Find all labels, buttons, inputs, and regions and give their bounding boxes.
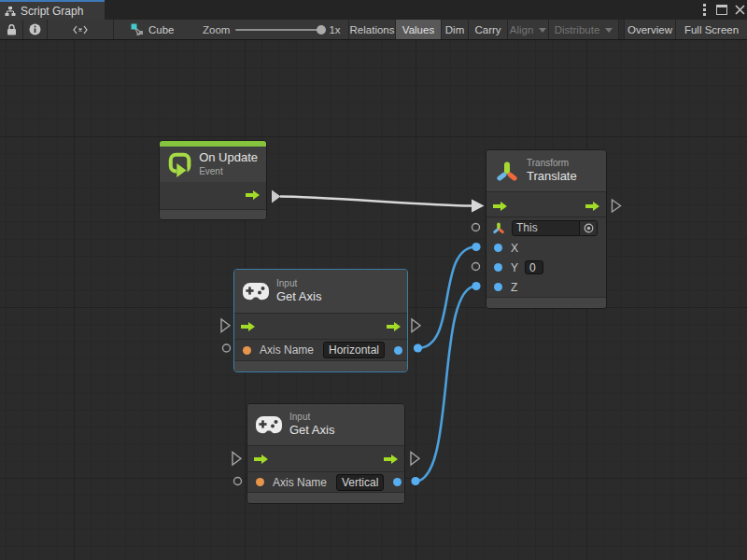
carry-button[interactable]: Carry xyxy=(469,20,507,39)
distribute-dropdown[interactable]: Distribute xyxy=(549,20,618,39)
port-getaxis-v-flow-in[interactable] xyxy=(233,453,241,466)
maximize-icon[interactable] xyxy=(715,4,728,17)
wire-value-getaxis-horizontal-x[interactable] xyxy=(418,247,477,349)
script-machine-icon xyxy=(131,23,144,35)
this-row: This xyxy=(486,217,606,238)
code-preview-button[interactable] xyxy=(48,20,113,39)
port-translate-this[interactable] xyxy=(472,224,480,231)
relations-button[interactable]: Relations xyxy=(349,20,395,39)
gamepad-icon xyxy=(243,283,269,301)
y-label: Y xyxy=(511,261,518,274)
port-onupdate-flow-out[interactable] xyxy=(272,190,281,203)
port-getaxis-h-flow-in[interactable] xyxy=(221,319,230,332)
node-footer xyxy=(247,492,404,503)
kebab-menu-icon[interactable] xyxy=(698,4,711,17)
port-translate-flow-out[interactable] xyxy=(613,200,621,212)
z-input-dot[interactable] xyxy=(494,283,502,291)
graph-owner-button[interactable]: Cube xyxy=(114,20,193,39)
align-dropdown[interactable]: Align xyxy=(508,20,548,39)
value-out-dot[interactable] xyxy=(394,346,402,355)
node-header[interactable]: Transform Translate xyxy=(486,150,606,191)
overview-button[interactable]: Overview xyxy=(625,20,675,39)
port-getaxis-v-axis-in[interactable] xyxy=(234,478,242,485)
zoom-label: Zoom xyxy=(203,24,230,35)
info-icon xyxy=(29,23,41,35)
axis-name-row: Axis Name Horizontal xyxy=(234,339,407,360)
node-header[interactable]: On Update Event xyxy=(160,147,266,182)
node-header[interactable]: Input Get Axis xyxy=(234,270,407,313)
x-input-dot[interactable] xyxy=(494,244,502,252)
node-title: Translate xyxy=(527,169,577,184)
object-picker-icon[interactable] xyxy=(579,221,597,235)
close-icon[interactable] xyxy=(733,4,746,17)
gamepad-icon xyxy=(256,416,282,434)
z-row: Z xyxy=(486,277,606,297)
port-translate-z[interactable] xyxy=(472,282,480,290)
port-getaxis-h-flow-out[interactable] xyxy=(412,319,420,332)
port-translate-x[interactable] xyxy=(472,243,480,251)
node-get-axis-horizontal[interactable]: Input Get Axis Axis Name Horizontal xyxy=(233,269,408,372)
flow-row xyxy=(234,313,407,339)
zoom-slider[interactable] xyxy=(235,29,322,31)
align-label: Align xyxy=(510,24,534,35)
value-out-dot[interactable] xyxy=(393,478,402,486)
flow-out-arrow-icon[interactable] xyxy=(246,190,260,200)
script-graph-window: Script Graph xyxy=(0,0,747,560)
axis-name-field[interactable]: Horizontal xyxy=(323,342,385,358)
port-getaxis-h-value-out[interactable] xyxy=(414,343,422,352)
axis-name-field[interactable]: Vertical xyxy=(336,474,384,491)
node-on-update[interactable]: On Update Event xyxy=(159,140,267,220)
this-object-field[interactable]: This xyxy=(512,220,598,236)
flow-out-row xyxy=(160,182,266,210)
node-footer xyxy=(234,360,407,371)
axis-name-label: Axis Name xyxy=(260,343,314,357)
flow-in-arrow-icon[interactable] xyxy=(241,322,255,331)
flow-out-arrow-icon[interactable] xyxy=(384,455,398,464)
node-title: Get Axis xyxy=(276,289,321,304)
y-value-field[interactable]: 0 xyxy=(525,260,543,274)
flow-row xyxy=(486,191,606,217)
z-label: Z xyxy=(511,281,517,294)
code-icon xyxy=(73,25,88,35)
flow-in-arrow-icon[interactable] xyxy=(254,455,268,464)
node-header[interactable]: Input Get Axis xyxy=(247,404,404,445)
node-get-axis-vertical[interactable]: Input Get Axis Axis Name Vertical xyxy=(247,403,405,504)
lock-icon xyxy=(7,24,17,35)
zoom-control: Zoom 1x xyxy=(193,20,348,39)
y-input-dot[interactable] xyxy=(494,263,502,272)
wire-value-getaxis-vertical-z[interactable] xyxy=(416,287,476,482)
distribute-label: Distribute xyxy=(555,24,600,35)
y-row: Y 0 xyxy=(486,258,606,277)
flow-out-arrow-icon[interactable] xyxy=(585,202,599,211)
node-translate[interactable]: Transform Translate xyxy=(486,149,607,309)
dropdown-arrow-icon xyxy=(539,28,546,33)
wire-arrowhead-translate-flow-in[interactable] xyxy=(472,200,485,213)
flow-in-arrow-icon[interactable] xyxy=(493,202,507,211)
flow-out-arrow-icon[interactable] xyxy=(387,322,401,331)
values-button[interactable]: Values xyxy=(396,20,441,39)
node-category: Input xyxy=(289,412,334,423)
fullscreen-button[interactable]: Full Screen xyxy=(676,20,747,39)
port-getaxis-v-value-out[interactable] xyxy=(411,477,419,485)
node-footer xyxy=(160,209,266,219)
node-footer xyxy=(486,297,606,308)
wire-flow-onupdate-translate[interactable] xyxy=(280,197,472,206)
dropdown-arrow-icon xyxy=(605,28,613,33)
zoom-slider-handle[interactable] xyxy=(317,25,326,35)
node-subtitle: Event xyxy=(199,165,258,177)
port-translate-y[interactable] xyxy=(472,263,480,271)
axis-name-row: Axis Name Vertical xyxy=(247,471,404,492)
node-category: Transform xyxy=(527,158,577,169)
lock-button[interactable] xyxy=(0,20,22,39)
dim-button[interactable]: Dim xyxy=(442,20,468,39)
tab-script-graph[interactable]: Script Graph xyxy=(0,0,105,20)
graph-canvas[interactable]: On Update Event xyxy=(0,40,747,560)
axis-name-input-dot[interactable] xyxy=(243,346,251,355)
axis-name-input-dot[interactable] xyxy=(256,478,264,486)
graph-icon xyxy=(5,6,16,17)
port-getaxis-v-flow-out[interactable] xyxy=(411,453,419,466)
info-button[interactable] xyxy=(23,20,47,39)
tab-label: Script Graph xyxy=(21,5,83,18)
node-title: Get Axis xyxy=(289,423,334,438)
port-getaxis-h-axis-in[interactable] xyxy=(223,344,231,352)
